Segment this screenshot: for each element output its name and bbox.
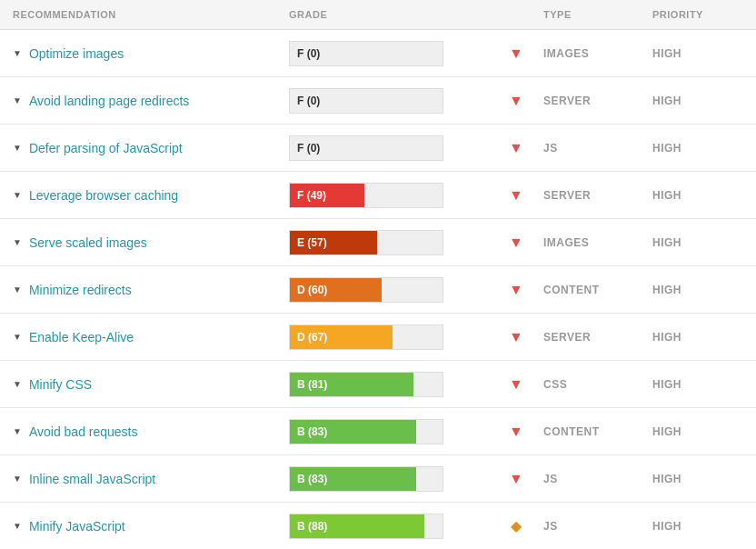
grade-bar-container: F (0) bbox=[289, 41, 443, 66]
grade-cell: B (88) bbox=[289, 514, 489, 539]
direction-arrow-icon: ◆ bbox=[511, 517, 522, 534]
recommendation-link[interactable]: Avoid landing page redirects bbox=[29, 94, 189, 108]
recommendation-link[interactable]: Leverage browser caching bbox=[29, 188, 178, 203]
grade-cell: D (60) bbox=[289, 277, 489, 303]
recommendation-link[interactable]: Minify CSS bbox=[29, 377, 92, 392]
grade-bar-container: D (67) bbox=[289, 324, 443, 350]
toggle-arrow[interactable]: ▼ bbox=[13, 284, 22, 294]
recommendation-link[interactable]: Inline small JavaScript bbox=[29, 472, 155, 486]
toggle-arrow[interactable]: ▼ bbox=[13, 426, 22, 436]
direction-arrow-icon: ▼ bbox=[509, 424, 523, 440]
grade-cell: B (81) bbox=[289, 372, 489, 397]
arrow-cell: ▼ bbox=[489, 282, 543, 298]
table-row: ▼ Minimize redirects D (60) ▼ CONTENT HI… bbox=[0, 266, 756, 314]
rows-container: ▼ Optimize images F (0) ▼ IMAGES HIGH ▼ … bbox=[0, 30, 756, 549]
recommendation-cell: ▼ Defer parsing of JavaScript bbox=[13, 128, 289, 168]
toggle-arrow[interactable]: ▼ bbox=[13, 379, 22, 389]
toggle-arrow[interactable]: ▼ bbox=[13, 332, 22, 342]
grade-cell: B (83) bbox=[289, 419, 489, 444]
type-cell: JS bbox=[543, 520, 652, 533]
direction-arrow-icon: ▼ bbox=[509, 235, 523, 251]
arrow-cell: ▼ bbox=[489, 471, 543, 487]
direction-arrow-icon: ▼ bbox=[509, 140, 523, 156]
grade-cell: B (83) bbox=[289, 466, 489, 492]
grade-bar-container: D (60) bbox=[289, 277, 443, 303]
direction-arrow-icon: ▼ bbox=[509, 471, 523, 487]
arrow-cell: ▼ bbox=[489, 376, 543, 393]
table-row: ▼ Minify CSS B (81) ▼ CSS HIGH bbox=[0, 361, 756, 408]
priority-cell: HIGH bbox=[652, 331, 743, 344]
recommendation-link[interactable]: Minify JavaScript bbox=[29, 519, 125, 534]
table-row: ▼ Enable Keep-Alive D (67) ▼ SERVER HIGH bbox=[0, 314, 756, 361]
type-cell: JS bbox=[543, 473, 652, 485]
recommendations-table: RECOMMENDATION GRADE TYPE PRIORITY ▼ Opt… bbox=[0, 0, 756, 549]
recommendation-link[interactable]: Defer parsing of JavaScript bbox=[29, 141, 183, 155]
recommendation-link[interactable]: Minimize redirects bbox=[29, 283, 132, 297]
table-row: ▼ Optimize images F (0) ▼ IMAGES HIGH bbox=[0, 30, 756, 77]
recommendation-cell: ▼ Enable Keep-Alive bbox=[13, 317, 289, 357]
grade-text: D (67) bbox=[290, 331, 327, 344]
type-cell: SERVER bbox=[543, 95, 652, 107]
type-cell: CSS bbox=[543, 378, 652, 391]
grade-text: F (0) bbox=[290, 142, 320, 155]
recommendation-link[interactable]: Enable Keep-Alive bbox=[29, 330, 134, 344]
grade-bar-container: F (0) bbox=[289, 135, 443, 161]
toggle-arrow[interactable]: ▼ bbox=[13, 237, 22, 247]
grade-bar-container: E (57) bbox=[289, 230, 443, 255]
col-type-spacer bbox=[489, 9, 543, 20]
grade-bar-container: F (0) bbox=[289, 88, 443, 114]
direction-arrow-icon: ▼ bbox=[509, 93, 523, 109]
priority-cell: HIGH bbox=[652, 236, 743, 249]
direction-arrow-icon: ▼ bbox=[509, 45, 523, 62]
recommendation-cell: ▼ Inline small JavaScript bbox=[13, 459, 289, 499]
grade-cell: E (57) bbox=[289, 230, 489, 255]
grade-text: B (83) bbox=[290, 425, 327, 438]
arrow-cell: ▼ bbox=[489, 140, 543, 156]
table-row: ▼ Avoid landing page redirects F (0) ▼ S… bbox=[0, 77, 756, 125]
arrow-cell: ▼ bbox=[489, 187, 543, 204]
grade-text: B (83) bbox=[290, 473, 327, 485]
grade-bar-container: B (83) bbox=[289, 466, 443, 492]
arrow-cell: ◆ bbox=[489, 517, 543, 534]
direction-arrow-icon: ▼ bbox=[509, 187, 523, 204]
recommendation-cell: ▼ Avoid bad requests bbox=[13, 412, 289, 452]
table-row: ▼ Inline small JavaScript B (83) ▼ JS HI… bbox=[0, 455, 756, 503]
recommendation-link[interactable]: Serve scaled images bbox=[29, 235, 147, 250]
table-row: ▼ Leverage browser caching F (49) ▼ SERV… bbox=[0, 172, 756, 219]
toggle-arrow[interactable]: ▼ bbox=[13, 474, 22, 484]
grade-bar-container: B (83) bbox=[289, 419, 443, 444]
type-cell: CONTENT bbox=[543, 284, 652, 296]
arrow-cell: ▼ bbox=[489, 329, 543, 345]
grade-cell: F (0) bbox=[289, 41, 489, 66]
priority-cell: HIGH bbox=[652, 189, 743, 202]
col-grade-header: GRADE bbox=[289, 9, 489, 20]
grade-text: D (60) bbox=[290, 284, 327, 296]
table-header: RECOMMENDATION GRADE TYPE PRIORITY bbox=[0, 0, 756, 30]
col-recommendation-header: RECOMMENDATION bbox=[13, 9, 289, 20]
col-type-header: TYPE bbox=[543, 9, 652, 20]
recommendation-cell: ▼ Leverage browser caching bbox=[13, 175, 289, 215]
priority-cell: HIGH bbox=[652, 47, 743, 60]
recommendation-link[interactable]: Avoid bad requests bbox=[29, 424, 138, 439]
recommendation-cell: ▼ Avoid landing page redirects bbox=[13, 81, 289, 121]
priority-cell: HIGH bbox=[652, 520, 743, 533]
toggle-arrow[interactable]: ▼ bbox=[13, 190, 22, 200]
recommendation-link[interactable]: Optimize images bbox=[29, 46, 124, 61]
toggle-arrow[interactable]: ▼ bbox=[13, 95, 22, 105]
grade-text: F (0) bbox=[290, 47, 320, 60]
toggle-arrow[interactable]: ▼ bbox=[13, 143, 22, 153]
table-row: ▼ Minify JavaScript B (88) ◆ JS HIGH bbox=[0, 503, 756, 549]
grade-bar-container: B (88) bbox=[289, 514, 443, 539]
table-row: ▼ Defer parsing of JavaScript F (0) ▼ JS… bbox=[0, 125, 756, 172]
type-cell: SERVER bbox=[543, 189, 652, 202]
type-cell: SERVER bbox=[543, 331, 652, 344]
priority-cell: HIGH bbox=[652, 378, 743, 391]
toggle-arrow[interactable]: ▼ bbox=[13, 48, 22, 58]
grade-bar-container: B (81) bbox=[289, 372, 443, 397]
priority-cell: HIGH bbox=[652, 425, 743, 438]
grade-text: E (57) bbox=[290, 236, 327, 249]
arrow-cell: ▼ bbox=[489, 93, 543, 109]
toggle-arrow[interactable]: ▼ bbox=[13, 521, 22, 531]
direction-arrow-icon: ▼ bbox=[509, 282, 523, 298]
grade-bar-container: F (49) bbox=[289, 183, 443, 208]
